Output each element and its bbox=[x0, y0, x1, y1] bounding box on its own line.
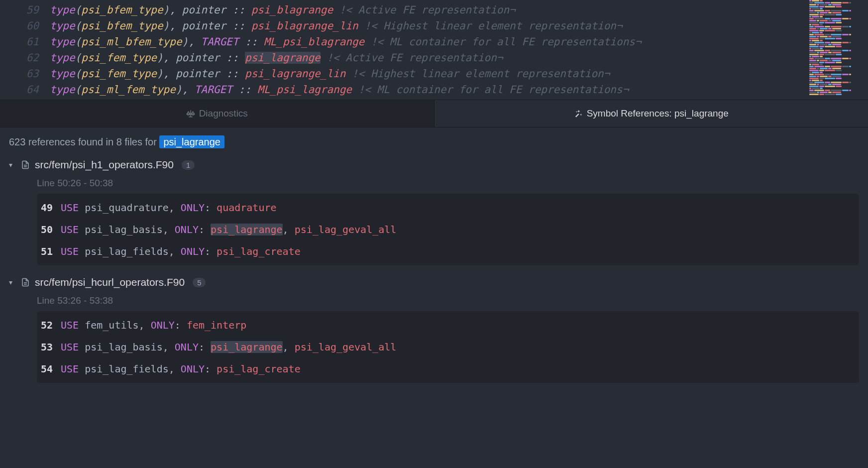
code-content: type(psi_fem_type), pointer :: psi_lagra… bbox=[50, 66, 610, 82]
snippet-code: USE psi_quadrature, ONLY: quadrature bbox=[61, 202, 277, 214]
snippet-line-number: 51 bbox=[37, 245, 61, 257]
balance-scale-icon bbox=[186, 109, 195, 118]
snippet-line-number: 49 bbox=[37, 202, 61, 214]
file-icon bbox=[21, 278, 30, 287]
snippet-code: USE fem_utils, ONLY: fem_interp bbox=[61, 319, 246, 331]
code-content: type(psi_bfem_type), pointer :: psi_blag… bbox=[50, 18, 623, 34]
references-symbol-highlight: psi_lagrange bbox=[159, 135, 224, 148]
snippet-line[interactable]: 53USE psi_lag_basis, ONLY: psi_lagrange,… bbox=[37, 336, 859, 358]
bottom-tabs: Diagnostics Symbol References: psi_lagra… bbox=[0, 100, 868, 127]
file-group: ▾src/fem/psi_hcurl_operators.F905Line 53… bbox=[9, 276, 859, 383]
code-line[interactable]: 63type(psi_fem_type), pointer :: psi_lag… bbox=[0, 66, 868, 82]
line-number: 61 bbox=[0, 34, 50, 50]
snippet-code: USE psi_lag_fields, ONLY: psi_lag_create bbox=[61, 363, 301, 375]
snippet-line-number: 50 bbox=[37, 224, 61, 235]
code-content: type(psi_ml_fem_type), TARGET :: ML_psi_… bbox=[50, 82, 629, 98]
code-content: type(psi_fem_type), pointer :: psi_lagra… bbox=[50, 50, 503, 66]
tab-symbol-references[interactable]: Symbol References: psi_lagrange bbox=[434, 100, 868, 127]
snippet-line-number: 54 bbox=[37, 363, 61, 375]
chevron-down-icon: ▾ bbox=[9, 278, 16, 286]
file-path: src/fem/psi_h1_operators.F90 bbox=[35, 159, 174, 171]
code-snippet[interactable]: 52USE fem_utils, ONLY: fem_interp53USE p… bbox=[37, 311, 859, 383]
snippet-line-number: 53 bbox=[37, 341, 61, 353]
file-group: ▾src/fem/psi_h1_operators.F901Line 50:26… bbox=[9, 159, 859, 265]
match-count-badge: 1 bbox=[182, 160, 195, 170]
tab-diagnostics-label: Diagnostics bbox=[199, 108, 248, 119]
snippet-line[interactable]: 51USE psi_lag_fields, ONLY: psi_lag_crea… bbox=[37, 240, 859, 262]
snippet-code: USE psi_lag_basis, ONLY: psi_lagrange, p… bbox=[61, 224, 396, 235]
code-area[interactable]: 59type(psi_bfem_type), pointer :: psi_bl… bbox=[0, 0, 868, 100]
line-range: Line 50:26 - 50:38 bbox=[37, 178, 859, 189]
references-summary: 623 references found in 8 files for psi_… bbox=[9, 136, 859, 148]
line-number: 63 bbox=[0, 66, 50, 82]
code-line[interactable]: 61type(psi_ml_bfem_type), TARGET :: ML_p… bbox=[0, 34, 868, 50]
snippet-line[interactable]: 52USE fem_utils, ONLY: fem_interp bbox=[37, 314, 859, 336]
line-number: 60 bbox=[0, 18, 50, 34]
tab-diagnostics[interactable]: Diagnostics bbox=[0, 100, 434, 127]
line-number: 64 bbox=[0, 82, 50, 98]
line-range: Line 53:26 - 53:38 bbox=[37, 295, 859, 306]
wand-icon bbox=[574, 109, 583, 118]
snippet-line[interactable]: 49USE psi_quadrature, ONLY: quadrature bbox=[37, 197, 859, 219]
snippet-line[interactable]: 54USE psi_lag_fields, ONLY: psi_lag_crea… bbox=[37, 358, 859, 380]
code-content: type(psi_bfem_type), pointer :: psi_blag… bbox=[50, 2, 516, 18]
file-header[interactable]: ▾src/fem/psi_h1_operators.F901 bbox=[9, 159, 859, 171]
code-line[interactable]: 64type(psi_ml_fem_type), TARGET :: ML_ps… bbox=[0, 82, 868, 98]
code-content: type(psi_ml_bfem_type), TARGET :: ML_psi… bbox=[50, 34, 642, 50]
match-count-badge: 5 bbox=[193, 278, 206, 287]
file-path: src/fem/psi_hcurl_operators.F90 bbox=[35, 276, 185, 288]
code-snippet[interactable]: 49USE psi_quadrature, ONLY: quadrature50… bbox=[37, 194, 859, 265]
references-panel: 623 references found in 8 files for psi_… bbox=[0, 127, 868, 403]
code-line[interactable]: 60type(psi_bfem_type), pointer :: psi_bl… bbox=[0, 18, 868, 34]
snippet-code: USE psi_lag_basis, ONLY: psi_lagrange, p… bbox=[61, 341, 396, 353]
snippet-code: USE psi_lag_fields, ONLY: psi_lag_create bbox=[61, 245, 301, 257]
code-line[interactable]: 62type(psi_fem_type), pointer :: psi_lag… bbox=[0, 50, 868, 66]
snippet-line[interactable]: 50USE psi_lag_basis, ONLY: psi_lagrange,… bbox=[37, 219, 859, 240]
file-icon bbox=[21, 160, 30, 169]
editor-panel: 59type(psi_bfem_type), pointer :: psi_bl… bbox=[0, 0, 868, 100]
snippet-line-number: 52 bbox=[37, 319, 61, 331]
references-summary-text: 623 references found in 8 files for bbox=[9, 136, 159, 147]
line-number: 59 bbox=[0, 2, 50, 18]
file-header[interactable]: ▾src/fem/psi_hcurl_operators.F905 bbox=[9, 276, 859, 288]
chevron-down-icon: ▾ bbox=[9, 161, 16, 169]
code-line[interactable]: 59type(psi_bfem_type), pointer :: psi_bl… bbox=[0, 2, 868, 18]
minimap[interactable] bbox=[808, 0, 868, 100]
tab-references-label: Symbol References: psi_lagrange bbox=[587, 108, 729, 119]
line-number: 62 bbox=[0, 50, 50, 66]
